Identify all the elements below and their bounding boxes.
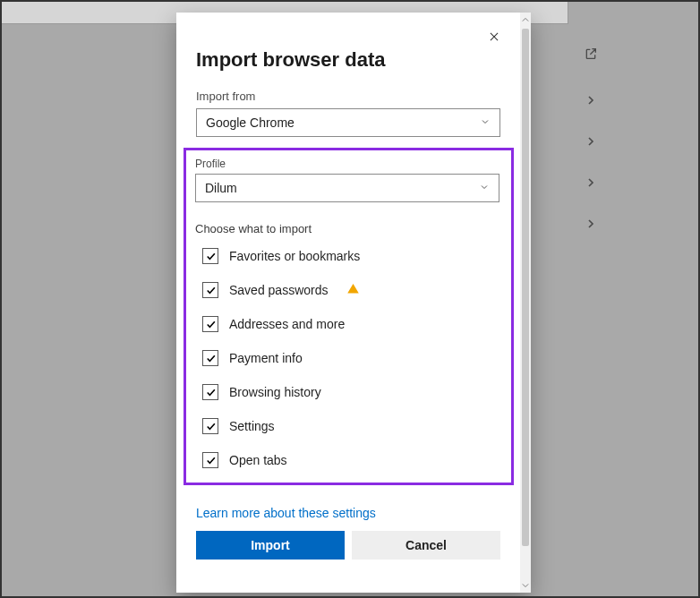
checkbox-favorites[interactable] [202,248,218,264]
cancel-button[interactable]: Cancel [352,531,500,560]
checkbox-row-payment: Payment info [202,350,502,366]
chevron-right-icon [584,134,598,149]
open-external-icon [584,47,598,61]
checkbox-row-tabs: Open tabs [202,452,502,468]
checkbox-passwords[interactable] [202,282,218,298]
highlighted-section: Profile Dilum Choose what to import Favo… [184,148,514,485]
import-dialog: Import browser data Import from Google C… [176,13,531,593]
import-from-selected: Google Chrome [206,115,295,130]
checkbox-label: Open tabs [229,453,287,467]
checkbox-label: Browsing history [229,385,321,399]
chevron-right-icon [584,175,598,190]
scroll-thumb[interactable] [522,29,529,546]
import-from-group: Import from Google Chrome [196,90,500,137]
checkbox-history[interactable] [202,384,218,400]
scroll-down-arrow[interactable] [520,578,531,593]
checkbox-row-history: Browsing history [202,384,502,400]
scroll-up-arrow[interactable] [520,13,531,27]
warning-icon [346,282,360,298]
chevron-right-icon [584,93,598,107]
checkbox-settings[interactable] [202,418,218,434]
checkbox-row-passwords: Saved passwords [202,282,502,298]
checkbox-label: Saved passwords [229,283,329,297]
background-rightbar [584,47,598,231]
checkbox-row-settings: Settings [202,418,502,434]
checkbox-addresses[interactable] [202,316,218,332]
chevron-down-icon [479,181,490,195]
close-button[interactable] [488,30,504,47]
profile-select[interactable]: Dilum [195,174,499,202]
checkbox-payment[interactable] [202,350,218,366]
profile-selected: Dilum [205,181,237,195]
checkbox-row-addresses: Addresses and more [202,316,502,332]
learn-more-link[interactable]: Learn more about these settings [196,506,376,520]
checkbox-row-favorites: Favorites or bookmarks [202,248,502,264]
checkbox-label: Payment info [229,351,303,365]
dialog-button-row: Import Cancel [196,531,500,560]
checkbox-label: Favorites or bookmarks [229,249,360,263]
dialog-scrollbar[interactable] [520,13,531,593]
import-from-label: Import from [196,90,500,103]
dialog-title: Import browser data [196,48,500,72]
checkbox-label: Addresses and more [229,317,345,331]
profile-label: Profile [195,158,502,170]
checkbox-label: Settings [229,419,275,433]
checkbox-list: Favorites or bookmarks Saved passwords [195,248,502,468]
import-from-select[interactable]: Google Chrome [196,108,500,137]
import-button[interactable]: Import [196,531,345,560]
checkbox-tabs[interactable] [202,452,218,468]
chevron-down-icon [480,115,491,130]
chevron-right-icon [584,217,598,231]
choose-what-label: Choose what to import [195,222,502,235]
